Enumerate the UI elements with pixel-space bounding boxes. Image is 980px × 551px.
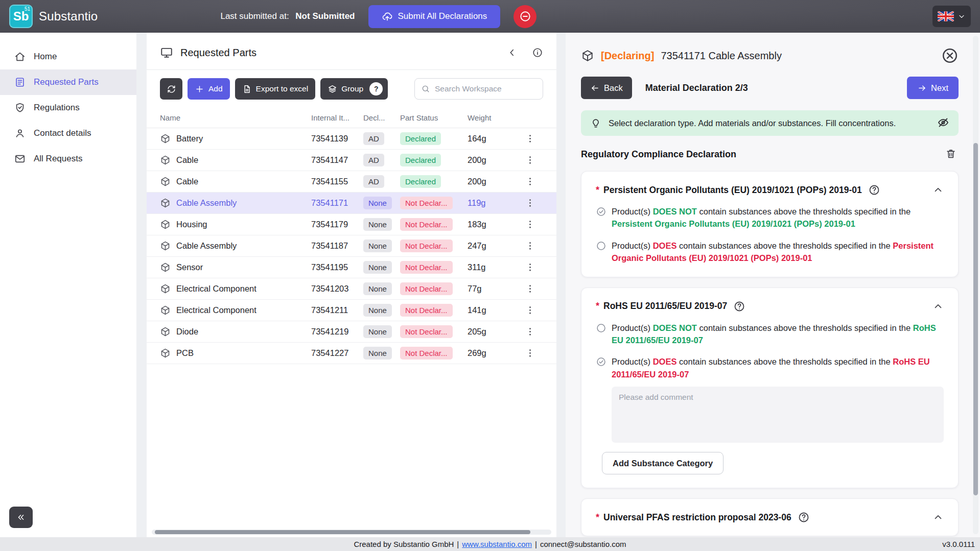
row-menu-button[interactable] xyxy=(525,198,535,208)
column-header-internal[interactable]: Internal It... xyxy=(311,113,363,122)
table-row[interactable]: Cable Assembly73541171NoneNot Declar...1… xyxy=(147,193,556,214)
horizontal-scrollbar-thumb[interactable] xyxy=(155,530,530,534)
declaration-badge: None xyxy=(363,218,392,231)
table-row[interactable]: Diode73541219NoneNot Declar...205g xyxy=(147,321,556,343)
sidebar-item-label: Regulations xyxy=(34,103,80,113)
column-header-status[interactable]: Part Status xyxy=(400,113,468,122)
requested-parts-panel: Requested Parts Add Export to excel Grou… xyxy=(147,33,556,537)
sidebar-item-requested-parts[interactable]: Requested Parts xyxy=(0,69,136,95)
panel-header: Requested Parts xyxy=(147,33,556,69)
status-badge: Declared xyxy=(400,132,441,145)
declaration-option[interactable]: Product(s) DOES NOT contain substances a… xyxy=(596,322,944,347)
refresh-button[interactable] xyxy=(160,78,182,100)
part-name-cell: Sensor xyxy=(160,262,311,273)
back-button[interactable]: Back xyxy=(581,77,632,99)
collapse-panel-button[interactable] xyxy=(506,47,518,58)
collapse-card-button[interactable] xyxy=(932,184,944,196)
table-row[interactable]: Electrical Component73541211NoneNot Decl… xyxy=(147,300,556,321)
help-icon[interactable] xyxy=(798,511,810,523)
collapse-card-button[interactable] xyxy=(932,301,944,312)
row-menu-button[interactable] xyxy=(525,283,535,294)
internal-id-cell: 73541147 xyxy=(311,155,363,165)
lightbulb-icon xyxy=(590,117,601,129)
add-substance-category-button[interactable]: Add Substance Category xyxy=(602,452,724,474)
declaration-option[interactable]: Product(s) DOES contain substances above… xyxy=(596,239,944,265)
footer-version: v3.0.0111 xyxy=(942,540,975,548)
row-menu-button[interactable] xyxy=(525,326,535,337)
vertical-scrollbar-thumb[interactable] xyxy=(973,143,978,495)
weight-cell: 119g xyxy=(468,198,508,208)
footer-website-link[interactable]: www.substantio.com xyxy=(462,540,532,548)
row-menu-button[interactable] xyxy=(525,262,535,273)
sidebar-item-home[interactable]: Home xyxy=(0,44,136,69)
close-panel-button[interactable] xyxy=(941,47,959,64)
group-help-button[interactable]: ? xyxy=(369,82,383,95)
row-menu-button[interactable] xyxy=(525,155,535,165)
search-workspace xyxy=(414,78,543,100)
declaration-badge: None xyxy=(363,325,392,338)
row-menu-button[interactable] xyxy=(525,348,535,358)
weight-cell: 141g xyxy=(468,305,508,315)
weight-cell: 164g xyxy=(468,134,508,143)
stop-submission-button[interactable] xyxy=(514,5,536,28)
sidebar-item-all-requests[interactable]: All Requests xyxy=(0,146,136,172)
column-header-declaration[interactable]: Decl... xyxy=(363,113,400,122)
table-row[interactable]: PCB73541227NoneNot Declar...269g xyxy=(147,343,556,364)
part-name: Battery xyxy=(176,134,203,143)
help-icon[interactable] xyxy=(868,184,880,196)
option-text: Product(s) DOES contain substances above… xyxy=(612,239,944,265)
column-header-weight[interactable]: Weight xyxy=(468,113,508,122)
table-row[interactable]: Housing73541179NoneNot Declar...183g xyxy=(147,214,556,235)
row-menu-button[interactable] xyxy=(525,133,535,144)
declaration-badge: None xyxy=(363,239,392,252)
table-row[interactable]: Electrical Component73541203NoneNot Decl… xyxy=(147,278,556,300)
column-header-name[interactable]: Name xyxy=(160,113,311,122)
card-header: *RoHS EU 2011/65/EU 2019-07 xyxy=(596,300,944,313)
last-submitted-value: Not Submitted xyxy=(295,11,355,21)
weight-cell: 183g xyxy=(468,220,508,229)
add-part-button[interactable]: Add xyxy=(188,78,230,100)
sidebar-collapse-button[interactable] xyxy=(9,507,33,528)
radio-selected-icon xyxy=(596,206,606,217)
card-header: *Universal PFAS restriction proposal 202… xyxy=(596,511,944,523)
table-row[interactable]: Cable73541155ADDeclared200g xyxy=(147,171,556,193)
search-icon xyxy=(421,84,430,93)
weight-cell: 200g xyxy=(468,155,508,165)
table-row[interactable]: Battery73541139ADDeclared164g xyxy=(147,128,556,150)
language-selector[interactable] xyxy=(932,6,971,27)
table-row[interactable]: Cable Assembly73541187NoneNot Declar...2… xyxy=(147,235,556,257)
hide-hint-button[interactable] xyxy=(937,116,949,130)
sidebar-item-regulations[interactable]: Regulations xyxy=(0,95,136,121)
status-badge: Not Declar... xyxy=(400,239,453,252)
comment-input[interactable] xyxy=(612,387,944,443)
delete-declaration-button[interactable] xyxy=(945,148,956,161)
required-marker: * xyxy=(596,301,599,312)
next-button[interactable]: Next xyxy=(907,77,959,99)
row-menu-button[interactable] xyxy=(525,219,535,230)
eye-off-icon xyxy=(937,116,949,129)
weight-cell: 205g xyxy=(468,327,508,337)
submit-all-declarations-button[interactable]: Submit All Declarations xyxy=(368,5,501,28)
table-row[interactable]: Sensor73541195NoneNot Declar...311g xyxy=(147,257,556,278)
package-icon xyxy=(581,49,594,62)
info-button[interactable] xyxy=(532,47,543,58)
declaration-option[interactable]: Product(s) DOES NOT contain substances a… xyxy=(596,205,944,230)
search-input[interactable] xyxy=(435,84,536,93)
export-excel-button[interactable]: Export to excel xyxy=(235,78,316,100)
collapse-card-button[interactable] xyxy=(932,512,944,523)
row-menu-button[interactable] xyxy=(525,176,535,187)
table-row[interactable]: Cable73541147ADDeclared200g xyxy=(147,150,556,171)
sidebar-item-contact-details[interactable]: Contact details xyxy=(0,121,136,146)
export-label: Export to excel xyxy=(256,84,309,93)
required-marker: * xyxy=(596,185,599,196)
back-label: Back xyxy=(604,83,623,93)
row-menu-button[interactable] xyxy=(525,241,535,251)
doc-icon xyxy=(14,77,26,88)
row-menu-button[interactable] xyxy=(525,305,535,316)
group-button[interactable]: Group ? xyxy=(320,78,388,100)
footer: Created by Substantio GmbH | www.substan… xyxy=(0,537,980,551)
declaration-option[interactable]: Product(s) DOES contain substances above… xyxy=(596,355,944,380)
help-icon[interactable] xyxy=(733,300,745,313)
app-logo: Sb 51 xyxy=(9,5,33,28)
part-name: PCB xyxy=(176,348,194,358)
